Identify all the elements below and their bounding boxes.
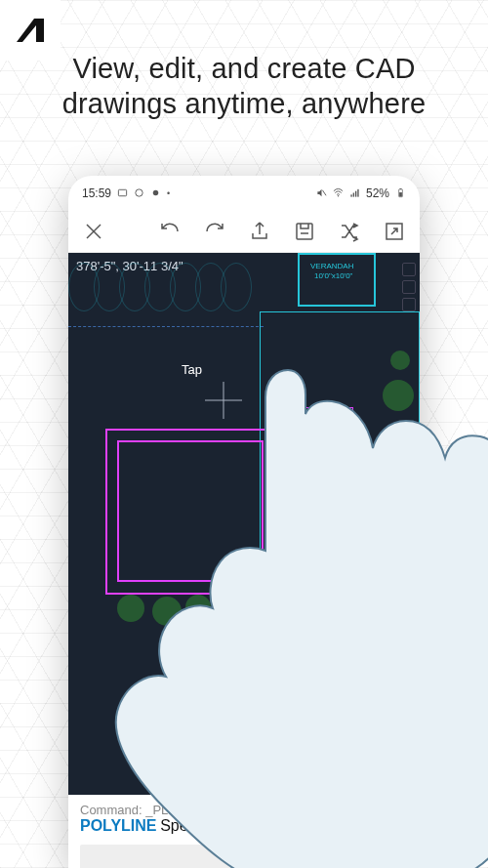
android-statusbar: 15:59 • 52% <box>68 176 420 210</box>
verandah-label: VERANDAH <box>310 263 353 271</box>
redo-button[interactable] <box>201 218 228 245</box>
svg-rect-14 <box>297 224 312 239</box>
verandah-dim: 10'0"x10'0" <box>314 272 352 281</box>
close-icon <box>82 220 105 243</box>
mute-icon <box>316 187 327 198</box>
dashed-guide <box>68 326 264 327</box>
command-current-line: POLYLINE Specify start po <box>80 817 408 835</box>
share-button[interactable] <box>246 218 273 245</box>
image-icon <box>117 187 128 198</box>
layer-controls[interactable] <box>402 263 416 311</box>
fullscreen-button[interactable] <box>381 218 408 245</box>
undo-icon <box>158 220 182 243</box>
app-toolbar <box>68 210 420 253</box>
crosshair-cursor <box>205 382 242 421</box>
svg-rect-10 <box>400 188 402 189</box>
more-dot: • <box>167 188 170 198</box>
living-label: IVING ROOM <box>273 507 321 516</box>
command-prefix: Command: <box>80 803 145 817</box>
svg-rect-0 <box>118 189 126 195</box>
command-input[interactable] <box>80 845 408 868</box>
redo-icon <box>203 220 226 243</box>
battery-percent: 52% <box>366 186 389 200</box>
snap-button[interactable] <box>336 218 363 245</box>
close-button[interactable] <box>80 218 107 245</box>
save-icon <box>293 220 316 243</box>
autodesk-logo-icon <box>11 11 50 50</box>
command-history-line: Command: _PLINE <box>80 803 408 817</box>
undo-button[interactable] <box>156 218 183 245</box>
living-dim: 5'0"x15'0" <box>275 517 309 525</box>
headline-text: View, edit, and create CAD drawings anyt… <box>0 51 488 122</box>
notification-dot-icon <box>150 187 161 198</box>
svg-rect-6 <box>353 193 354 197</box>
svg-point-2 <box>153 190 159 196</box>
sync-icon <box>134 187 144 198</box>
tap-hint-label: Tap <box>182 362 202 377</box>
room-small <box>277 407 353 475</box>
svg-rect-11 <box>399 192 402 196</box>
svg-point-1 <box>136 189 142 196</box>
shuffle-icon <box>338 220 361 243</box>
save-button[interactable] <box>291 218 318 245</box>
drawing-canvas[interactable]: 378'-5", 30'-11 3/4" VERANDAH 10'0"x10'0… <box>68 253 420 795</box>
entrance-label: ENTRANC <box>381 464 419 473</box>
svg-rect-8 <box>357 189 358 197</box>
command-area: Command: _PLINE POLYLINE Specify start p… <box>68 795 420 868</box>
svg-line-3 <box>322 190 326 196</box>
svg-rect-7 <box>355 191 356 197</box>
wifi-icon <box>333 187 344 198</box>
phone-mockup: 15:59 • 52% <box>68 176 420 868</box>
svg-point-4 <box>338 195 339 196</box>
battery-icon <box>395 187 406 198</box>
vestibule-label: VESTIBUL <box>381 474 419 482</box>
door-arc-icon <box>332 473 369 510</box>
expand-icon <box>383 220 406 243</box>
autodesk-logo <box>0 0 61 61</box>
decorative-ellipses <box>68 263 273 321</box>
svg-rect-5 <box>350 194 351 196</box>
room-main-inner <box>117 440 264 582</box>
statusbar-time: 15:59 <box>82 186 111 200</box>
command-name-label: POLYLINE <box>80 817 157 834</box>
command-desc-label: Specify start po <box>160 817 267 834</box>
command-raw: _PLINE <box>145 803 189 817</box>
share-icon <box>248 220 271 243</box>
signal-icon <box>349 187 360 198</box>
entrance-dim: 9'0"x9'0" <box>386 483 417 492</box>
